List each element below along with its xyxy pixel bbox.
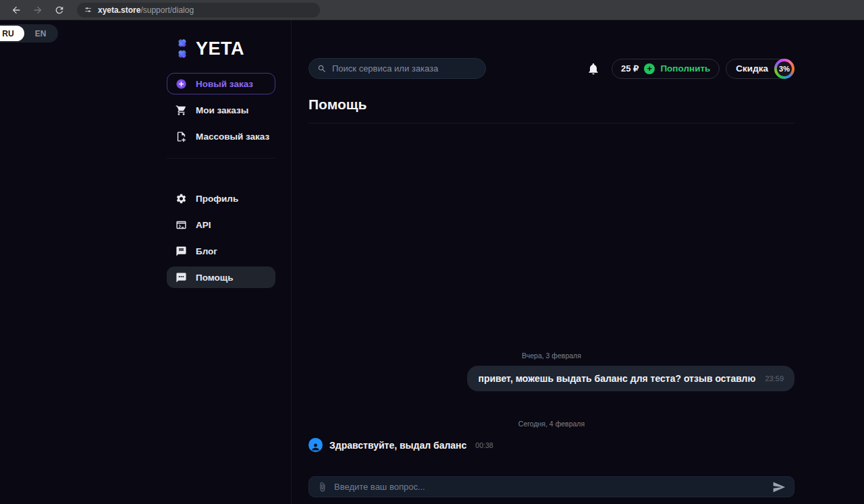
- main-content: 25 ₽ + Пополнить Скидка 3% Помощь Вчера,…: [292, 20, 864, 504]
- discount-label: Скидка: [736, 63, 768, 74]
- user-message-text: привет, можешь выдать баланс для теста? …: [478, 373, 755, 384]
- reload-icon: [54, 5, 65, 16]
- document-plus-icon: [176, 131, 187, 142]
- sidebar-item-label: Помощь: [196, 273, 234, 283]
- sidebar-item-label: Блог: [196, 246, 217, 256]
- sidebar-item-label: Мои заказы: [196, 105, 248, 115]
- page-title: Помощь: [308, 96, 794, 113]
- sidebar-item-label: Массовый заказ: [196, 132, 269, 142]
- chat-bubble-icon: [176, 246, 187, 257]
- sidebar-item-label: API: [196, 220, 211, 230]
- cart-icon: [176, 105, 187, 116]
- search-icon: [317, 64, 327, 74]
- topbar-actions: 25 ₽ + Пополнить Скидка 3%: [587, 59, 794, 79]
- site-settings-icon: [84, 5, 92, 14]
- browser-back-button[interactable]: [10, 4, 22, 16]
- logo-x-icon: [170, 36, 194, 61]
- api-window-icon: [176, 219, 187, 231]
- search-input[interactable]: [332, 63, 477, 74]
- brand-logo[interactable]: YETA: [170, 36, 291, 61]
- chat-thread: Вчера, 3 февраля привет, можешь выдать б…: [308, 123, 794, 476]
- sidebar-nav: Новый заказ Мои заказы Массовый заказ: [167, 73, 275, 288]
- lang-option-ru[interactable]: RU: [0, 26, 24, 41]
- discount-ring-icon: 3%: [774, 59, 794, 79]
- sidebar-item-profile[interactable]: Профиль: [167, 188, 275, 209]
- message-row-support: Здравствуйте, выдал баланс 00:38: [308, 438, 794, 452]
- message-row-user: привет, можешь выдать баланс для теста? …: [308, 366, 794, 391]
- sidebar: YETA Новый заказ Мои заказы Массовый зак: [0, 20, 292, 504]
- user-message-time: 23:59: [765, 374, 784, 383]
- topup-plus-icon: +: [644, 63, 655, 74]
- browser-toolbar: xyeta.store/support/dialog: [0, 0, 864, 20]
- discount-value: 3%: [777, 61, 792, 76]
- topbar: 25 ₽ + Пополнить Скидка 3%: [308, 58, 794, 79]
- notifications-button[interactable]: [587, 62, 600, 76]
- discount-badge[interactable]: Скидка 3%: [726, 59, 794, 79]
- send-icon: [772, 480, 786, 494]
- sidebar-item-label: Новый заказ: [196, 79, 253, 89]
- topup-label: Пополнить: [660, 63, 710, 74]
- question-input[interactable]: [334, 482, 772, 492]
- gear-icon: [176, 193, 187, 204]
- support-message-time: 00:38: [475, 441, 493, 449]
- chat-dots-icon: [176, 272, 187, 283]
- sidebar-item-help[interactable]: Помощь: [167, 267, 275, 288]
- sidebar-divider: [167, 158, 275, 178]
- person-icon: [310, 442, 321, 452]
- attach-file-button[interactable]: [317, 482, 327, 492]
- browser-reload-button[interactable]: [53, 4, 65, 16]
- browser-forward-button[interactable]: [32, 4, 44, 16]
- language-toggle: RU EN: [0, 24, 58, 43]
- sidebar-item-blog[interactable]: Блог: [167, 240, 275, 262]
- balance-amount: 25 ₽: [621, 63, 639, 74]
- paperclip-icon: [317, 482, 327, 492]
- date-separator-today: Сегодня, 4 февраля: [308, 420, 794, 428]
- sidebar-item-api[interactable]: API: [167, 214, 275, 235]
- send-button[interactable]: [772, 480, 786, 494]
- date-separator-yesterday: Вчера, 3 февраля: [308, 352, 794, 360]
- balance-topup-button[interactable]: 25 ₽ + Пополнить: [612, 59, 720, 79]
- forward-arrow-icon: [32, 5, 43, 16]
- bell-icon: [587, 62, 600, 76]
- user-message-bubble: привет, можешь выдать баланс для теста? …: [467, 366, 794, 391]
- sidebar-item-new-order[interactable]: Новый заказ: [167, 73, 275, 94]
- search-box: [308, 58, 486, 79]
- url-text: xyeta.store/support/dialog: [98, 5, 194, 15]
- address-bar[interactable]: xyeta.store/support/dialog: [77, 3, 320, 18]
- back-arrow-icon: [11, 5, 22, 16]
- sidebar-item-bulk-order[interactable]: Массовый заказ: [167, 125, 275, 147]
- support-message-text: Здравствуйте, выдал баланс: [329, 440, 466, 451]
- plus-circle-icon: [176, 78, 187, 90]
- lang-option-en[interactable]: EN: [24, 26, 57, 41]
- logo-wordmark: YETA: [196, 38, 244, 59]
- message-composer: [308, 476, 794, 497]
- sidebar-item-my-orders[interactable]: Мои заказы: [167, 99, 275, 121]
- app-shell: RU EN YETA: [0, 20, 864, 504]
- sidebar-item-label: Профиль: [196, 194, 238, 204]
- support-avatar: [308, 438, 323, 452]
